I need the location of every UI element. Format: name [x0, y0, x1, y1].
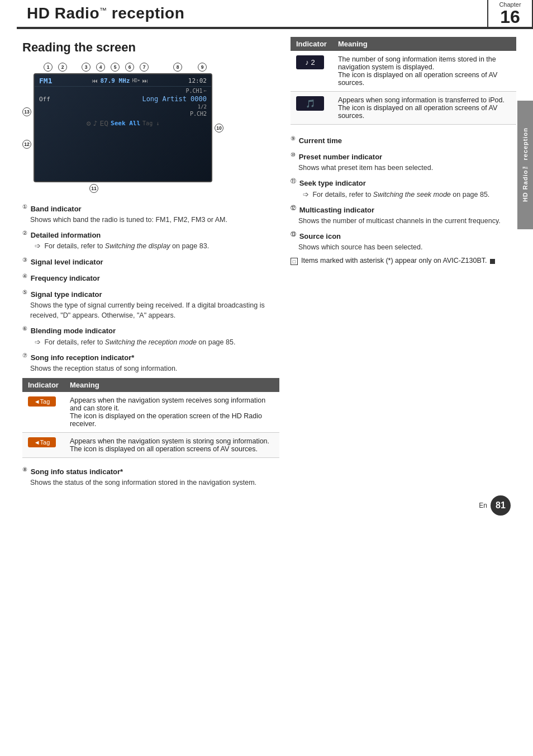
callout-7: 7 [140, 63, 149, 72]
table-row: ◄Tag Appears when the navigation system … [22, 392, 279, 433]
callout-10: 10 [215, 124, 223, 133]
side-tab-text: HD Radio™ reception [522, 127, 529, 202]
page-title: HD Radio™ reception [27, 4, 184, 22]
screen-row: 13 12 FM1 ⏮ 87.9 MHz HD• [22, 73, 223, 182]
indicator-table-left: Indicator Meaning ◄Tag Appears when the … [22, 378, 279, 458]
annotation-13: ⑬ Source icon Shows which source has bee… [291, 230, 516, 252]
table-row: ♪ 2 The number of song information items… [291, 51, 516, 92]
screen-source: FM1 [39, 77, 52, 85]
annotation-6: ⑥ Blending mode indicator ➩ For details,… [22, 325, 279, 347]
page-number-box: En 81 [479, 495, 511, 516]
annotations-list: ① Band indicator Shows which band the ra… [22, 203, 279, 374]
bottom-callouts: 11 [89, 184, 223, 193]
annotation-1: ① Band indicator Shows which band the ra… [22, 203, 279, 225]
screen-pch2: P.CH2 [190, 111, 207, 117]
table-left-header-meaning: Meaning [64, 378, 279, 392]
tag-icon-1: ◄Tag [28, 396, 56, 407]
q-icon: 🎵 [296, 96, 324, 111]
screen-time: 12:02 [188, 77, 207, 84]
callout-3: 3 [82, 63, 91, 72]
right-callouts: 10 [215, 73, 223, 182]
screen-off: Off [39, 96, 50, 103]
callout-5: 5 [111, 63, 120, 72]
screen-diagram-wrapper: 1 2 3 4 5 6 7 8 9 13 [22, 63, 223, 193]
right-meaning-cell-2: Appears when song information is transfe… [332, 92, 516, 125]
screen-seek: Seek All [111, 120, 140, 127]
note-text: Items marked with asterisk (*) appear on… [301, 257, 495, 264]
callout-11: 11 [89, 184, 98, 193]
screen-artist: Long Artist 0000 [142, 95, 207, 103]
table-row: ◄Tag Appears when the navigation system … [22, 432, 279, 457]
title-text: HD Radio [27, 4, 99, 22]
header-title-area: HD Radio™ reception [17, 0, 487, 28]
note-icon: ♪ 2 [296, 55, 324, 69]
left-column: Reading the screen 1 2 3 4 5 6 7 8 9 [22, 35, 279, 492]
indicator-cell-2: ◄Tag [22, 432, 64, 457]
meaning-cell-1: Appears when the navigation system recei… [64, 392, 279, 433]
callout-6: 6 [125, 63, 134, 72]
side-chapter-tab: HD Radio™ reception [517, 101, 533, 229]
annotation-7: ⑦ Song info reception indicator* Shows t… [22, 352, 279, 374]
language-label: En [479, 502, 487, 509]
annotation-12: ⑫ Multicasting indicator Shows the numbe… [291, 204, 516, 226]
annotation-11: ⑪ Seek type indicator ➩ For details, ref… [291, 177, 516, 199]
subtitle-text: reception [107, 4, 185, 22]
page-number: 81 [491, 495, 511, 516]
meaning-cell-2: Appears when the navigation system is st… [64, 432, 279, 457]
right-column: Indicator Meaning ♪ 2 The number of song… [291, 35, 516, 492]
table-left-header-indicator: Indicator [22, 378, 64, 392]
callout-9: 9 [198, 63, 207, 72]
indicator-table-right: Indicator Meaning ♪ 2 The number of song… [291, 37, 516, 125]
top-callouts: 1 2 3 4 5 6 7 8 9 [44, 63, 223, 72]
screen-tag: Tag ↓ [142, 120, 159, 126]
right-meaning-cell-1: The number of song information items sto… [332, 51, 516, 92]
annotation-8: ⑧ Song info status indicator* Shows the … [22, 466, 279, 488]
indicator-cell-1: ◄Tag [22, 392, 64, 433]
annotation-5: ⑤ Signal type indicator Shows the type o… [22, 289, 279, 320]
callout-4: 4 [96, 63, 105, 72]
callout-13: 13 [22, 107, 31, 116]
callout-12: 12 [22, 140, 31, 149]
table-right-header-indicator: Indicator [291, 37, 332, 51]
page-header: HD Radio™ reception Chapter 16 [17, 0, 533, 29]
screen-multicast: 1/2 [198, 104, 207, 110]
right-table-wrap: Indicator Meaning ♪ 2 The number of song… [291, 37, 516, 125]
annotation-10: ⑩ Preset number indicator Shows what pre… [291, 151, 516, 173]
callout-2: 2 [58, 63, 67, 72]
checkbox-icon: □ [291, 258, 298, 265]
screen-freq: 87.9 MHz [100, 77, 130, 84]
chapter-number: 16 [500, 8, 520, 26]
annotation-9: ⑨ Current time [291, 135, 516, 147]
main-content: Reading the screen 1 2 3 4 5 6 7 8 9 [0, 29, 533, 526]
annotation-2: ② Detailed information ➩ For details, re… [22, 229, 279, 251]
radio-screen: FM1 ⏮ 87.9 MHz HD• ⏭ 12:02 P.CH1 [34, 73, 212, 182]
table-row: 🎵 Appears when song information is trans… [291, 92, 516, 125]
table-right-header-meaning: Meaning [332, 37, 516, 51]
annotation-4: ④ Frequency indicator [22, 272, 279, 284]
left-callouts: 13 12 [22, 73, 31, 182]
right-indicator-cell-1: ♪ 2 [291, 51, 332, 92]
end-square-icon [490, 259, 495, 264]
callout-8: 8 [173, 63, 182, 72]
callout-1: 1 [44, 63, 53, 72]
right-indicator-cell-2: 🎵 [291, 92, 332, 125]
annotation-3: ③ Signal level indicator [22, 256, 279, 268]
chapter-box: Chapter 16 [487, 0, 532, 28]
trademark: ™ [99, 6, 107, 15]
note-box: □ Items marked with asterisk (*) appear … [291, 257, 516, 265]
section-title: Reading the screen [22, 40, 279, 55]
right-annotations: ⑨ Current time ⑩ Preset number indicator… [291, 135, 516, 252]
screen-pch1: P.CH1 [185, 88, 202, 94]
tag-icon-2: ◄Tag [28, 437, 56, 447]
